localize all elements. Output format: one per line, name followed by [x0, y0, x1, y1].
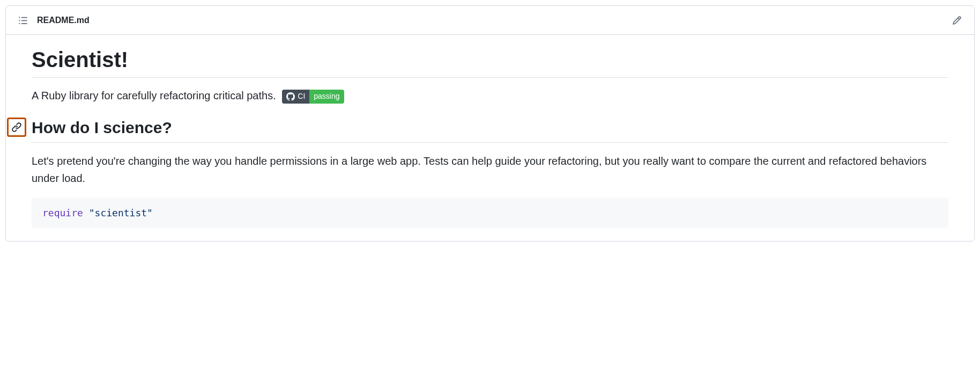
markdown-body: Scientist! A Ruby library for carefully … — [6, 35, 974, 241]
section-heading-row: How do I science? — [32, 119, 948, 143]
edit-button[interactable] — [948, 12, 966, 29]
heading-anchor-link[interactable] — [7, 118, 26, 137]
readme-container: README.md Scientist! A Ruby library for … — [5, 5, 975, 242]
badge-label: CI — [298, 91, 305, 102]
readme-header: README.md — [6, 6, 974, 35]
table-of-contents-button[interactable] — [14, 12, 32, 29]
code-block: require "scientist" — [32, 198, 948, 228]
code-string: "scientist" — [89, 207, 153, 218]
badge-left: CI — [282, 90, 309, 104]
page-title: Scientist! — [32, 48, 948, 78]
ci-status-badge[interactable]: CI passing — [282, 90, 344, 104]
github-icon — [286, 92, 295, 101]
description-text: A Ruby library for carefully refactoring… — [32, 90, 276, 101]
pencil-icon — [952, 16, 962, 25]
badge-status: passing — [309, 90, 344, 104]
description-paragraph: A Ruby library for carefully refactoring… — [32, 87, 948, 104]
section-body: Let's pretend you're changing the way yo… — [32, 152, 948, 187]
code-keyword: require — [42, 207, 83, 218]
list-unordered-icon — [18, 16, 28, 25]
link-icon — [11, 122, 22, 133]
filename-label: README.md — [37, 16, 90, 25]
section-heading: How do I science? — [32, 119, 948, 137]
